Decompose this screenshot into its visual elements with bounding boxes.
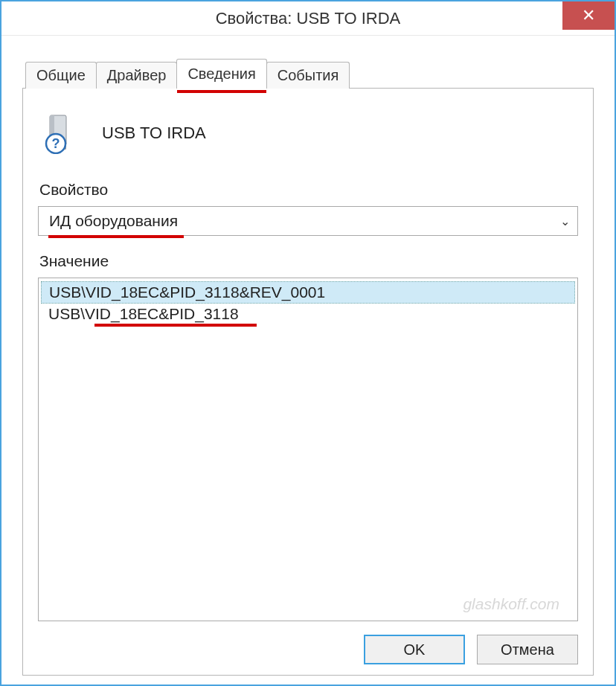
tab-general[interactable]: Общие — [25, 62, 97, 89]
device-name: USB TO IRDA — [102, 124, 206, 143]
device-icon: ? — [41, 112, 83, 154]
ok-button[interactable]: OK — [364, 635, 465, 664]
svg-text:?: ? — [52, 136, 60, 151]
client-area: Общие Драйвер Сведения События — [1, 36, 615, 685]
property-label: Свойство — [39, 181, 578, 199]
titlebar: Свойства: USB TO IRDA ✕ — [1, 1, 615, 36]
property-dropdown[interactable]: ИД оборудования ⌄ — [38, 206, 578, 236]
cancel-button[interactable]: Отмена — [477, 635, 578, 664]
dialog-footer: OK Отмена — [38, 621, 578, 664]
value-listbox[interactable]: USB\VID_18EC&PID_3118&REV_0001 USB\VID_1… — [38, 278, 578, 621]
annotation-underline — [48, 235, 184, 238]
close-button[interactable]: ✕ — [562, 1, 615, 30]
tab-label: Общие — [36, 67, 86, 83]
list-item[interactable]: USB\VID_18EC&PID_3118 — [41, 304, 575, 324]
chevron-down-icon: ⌄ — [560, 214, 570, 228]
device-header: ? USB TO IRDA — [41, 112, 575, 154]
close-icon: ✕ — [582, 7, 595, 24]
button-label: Отмена — [501, 641, 554, 658]
button-label: OK — [404, 641, 426, 658]
window-title: Свойства: USB TO IRDA — [216, 9, 401, 28]
tab-panel: ? USB TO IRDA Свойство ИД оборудования ⌄… — [22, 88, 594, 676]
tab-label: Драйвер — [107, 67, 167, 83]
list-item[interactable]: USB\VID_18EC&PID_3118&REV_0001 — [41, 281, 575, 304]
tab-events[interactable]: События — [266, 62, 350, 89]
tab-label: События — [277, 67, 339, 83]
annotation-underline — [94, 324, 257, 327]
annotation-underline — [177, 90, 266, 93]
tab-details[interactable]: Сведения — [176, 59, 266, 89]
tab-label: Сведения — [187, 65, 255, 82]
watermark-text: glashkoff.com — [463, 595, 559, 613]
property-selected-text: ИД оборудования — [49, 212, 178, 230]
properties-dialog: Свойства: USB TO IRDA ✕ Общие Драйвер Св… — [0, 0, 616, 686]
tab-driver[interactable]: Драйвер — [96, 62, 178, 89]
tab-strip: Общие Драйвер Сведения События — [25, 58, 594, 88]
value-label: Значение — [39, 252, 578, 270]
